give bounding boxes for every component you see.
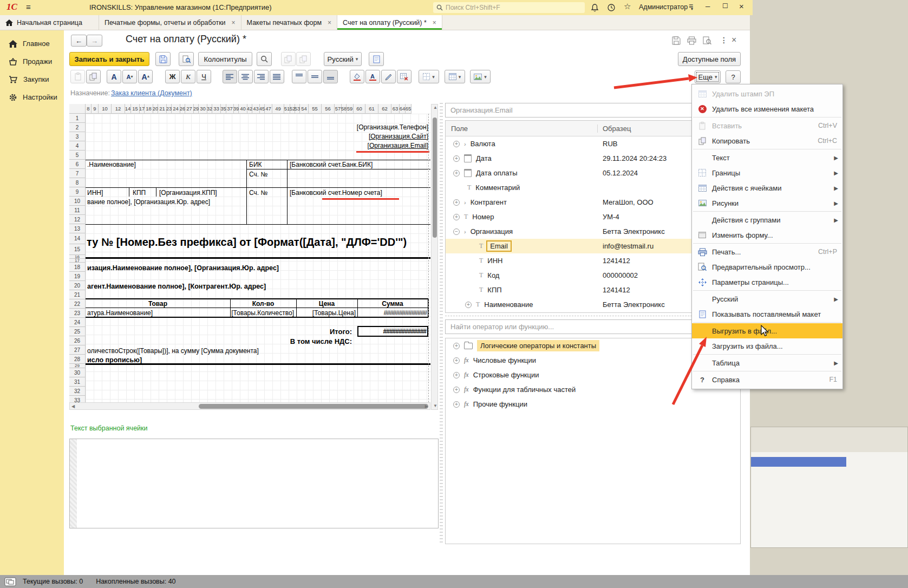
fill-color-button[interactable] xyxy=(350,70,364,83)
tab-print-forms[interactable]: Печатные формы, отчеты и обработки × xyxy=(99,15,241,30)
menu-item-pictures[interactable]: Рисунки ▶ xyxy=(692,195,842,211)
grid-row-header[interactable]: 29 xyxy=(69,364,86,368)
grid-row-header[interactable]: 8 xyxy=(69,178,86,187)
minimize-button[interactable]: – xyxy=(706,1,710,10)
cell-account-value[interactable]: [Банковский счет.Номер счета] xyxy=(290,189,382,197)
grid-column-header[interactable]: 17 xyxy=(140,104,145,114)
menu-item-borders[interactable]: Границы ▶ xyxy=(692,165,842,180)
grid-row-header[interactable]: 15 xyxy=(69,244,86,255)
tab-invoice-layout[interactable]: Счет на оплату (Русский) * × xyxy=(337,15,442,30)
cell-total-label[interactable]: Итого: xyxy=(248,328,352,336)
calls-monitor-icon[interactable] xyxy=(4,577,16,586)
grid-column-header[interactable]: 8 xyxy=(86,104,92,114)
grid-column-header[interactable]: 64 xyxy=(400,104,406,114)
grid-column-header[interactable]: 47 xyxy=(265,104,272,114)
cell-bik-label[interactable]: БИК xyxy=(249,161,262,168)
tab-layouts[interactable]: Макеты печатных форм × xyxy=(241,15,337,30)
col-header-field[interactable]: Поле xyxy=(446,125,597,133)
spreadsheet-body[interactable]: [Организация.Телефон] [Организация.Сайт]… xyxy=(86,114,430,402)
close-window-button[interactable]: × xyxy=(739,2,744,11)
global-search-box[interactable]: Поиск Ctrl+Shift+F xyxy=(433,2,585,13)
grid-column-header[interactable]: 42 xyxy=(247,104,252,114)
menu-item-load-from-file[interactable]: Загрузить из файла... xyxy=(692,338,842,354)
grid-row-header[interactable]: 31 xyxy=(69,377,86,387)
grid-column-header[interactable]: 24 xyxy=(172,104,180,114)
available-fields-button[interactable]: Доступные поля xyxy=(678,52,741,66)
grid-row-header[interactable]: 14 xyxy=(69,233,86,244)
menu-item-print[interactable]: Печать... Ctrl+P xyxy=(692,244,842,259)
cell-account-label[interactable]: Сч. № xyxy=(249,171,267,178)
save-and-close-button[interactable]: Записать и закрыть xyxy=(69,52,149,66)
grid-row-header[interactable]: 32 xyxy=(69,387,86,396)
cell-account-label2[interactable]: Сч. № xyxy=(249,189,267,197)
grid-column-header[interactable]: 65 xyxy=(406,104,411,114)
menu-item-help[interactable]: ? Справка F1 xyxy=(692,372,842,387)
cell-supplier[interactable]: изация.Наименование полное], [Организаци… xyxy=(87,264,279,272)
expand-icon[interactable]: + xyxy=(453,214,460,220)
valign-middle-button[interactable] xyxy=(308,70,322,83)
cell-vat-label[interactable]: В том числе НДС: xyxy=(248,337,352,345)
menu-item-text[interactable]: Текст ▶ xyxy=(692,150,842,165)
grid-column-header[interactable]: 12 xyxy=(112,104,125,114)
grid-row-header[interactable]: 7 xyxy=(69,169,86,178)
grid-row-header[interactable]: 21 xyxy=(69,290,86,299)
grid-column-header[interactable]: 39 xyxy=(234,104,239,114)
copy2-disabled-button[interactable] xyxy=(296,52,311,66)
expand-icon[interactable]: + xyxy=(453,357,460,364)
grid-row-header[interactable]: 3 xyxy=(69,132,86,141)
grid-column-header[interactable]: 40 xyxy=(239,104,247,114)
cell-goods[interactable]: атура.Наименование] xyxy=(87,309,153,317)
cell-text-editor[interactable] xyxy=(69,439,439,528)
menu-item-paste[interactable]: Вставить Ctrl+V xyxy=(692,118,842,133)
grid-row-header[interactable]: 33 xyxy=(69,396,86,402)
menu-item-copy[interactable]: Копировать Ctrl+C xyxy=(692,133,842,148)
grid-column-header[interactable]: 23 xyxy=(167,104,172,114)
valign-top-button[interactable] xyxy=(292,70,306,83)
favorites-star-icon[interactable]: ☆ xyxy=(624,2,631,11)
grid-column-header[interactable]: 35 xyxy=(221,104,226,114)
horizontal-scroll-thumb[interactable] xyxy=(199,404,428,409)
expand-icon[interactable]: + xyxy=(453,343,460,349)
align-left-button[interactable] xyxy=(223,70,237,83)
expand-icon[interactable]: + xyxy=(453,387,460,393)
font-smaller-button[interactable]: A▾ xyxy=(122,70,137,83)
cell-merge-dropdown[interactable]: ▾ xyxy=(445,70,465,83)
grid-row-header[interactable]: 28 xyxy=(69,355,86,364)
borders-dropdown[interactable]: ▾ xyxy=(419,70,439,83)
grid-row-header[interactable]: 9 xyxy=(69,187,86,197)
more-actions-button[interactable]: Еще▾ xyxy=(695,70,721,83)
language-dropdown[interactable]: Русский▾ xyxy=(324,52,362,66)
cell-org-email[interactable]: [Организация.Email] xyxy=(368,142,428,149)
border-color-button[interactable] xyxy=(381,70,396,83)
picture-dropdown[interactable]: ▾ xyxy=(470,70,491,83)
cell-customer[interactable]: агент.Наименование полное], [Контрагент.… xyxy=(87,283,266,290)
menu-item-page-setup[interactable]: Параметры страницы... xyxy=(692,275,842,290)
grid-row-header[interactable]: 11 xyxy=(69,206,86,215)
grid-column-header[interactable]: 54 xyxy=(300,104,309,114)
grid-row-header[interactable]: 4 xyxy=(69,141,86,151)
main-menu-icon[interactable]: ≡ xyxy=(26,2,31,11)
underline-button[interactable]: Ч xyxy=(197,70,211,83)
grid-row-header[interactable]: 13 xyxy=(69,224,86,233)
vertical-scrollbar[interactable]: ▲ ▼ xyxy=(431,104,438,410)
grid-column-header[interactable]: 32 xyxy=(207,104,212,114)
print-icon[interactable] xyxy=(687,36,696,45)
grid-column-header[interactable]: 58 xyxy=(342,104,347,114)
maximize-button[interactable]: ☐ xyxy=(722,2,728,10)
grid-column-header[interactable]: 49 xyxy=(272,104,284,114)
menu-item-remove-stamp[interactable]: Удалить штамп ЭП xyxy=(692,86,842,101)
sidebar-item-settings[interactable]: Настройки xyxy=(0,88,64,106)
grid-row-header[interactable]: 26 xyxy=(69,336,86,345)
scroll-right-icon[interactable]: ▶ xyxy=(425,404,428,409)
grid-row-header[interactable]: 19 xyxy=(69,272,86,281)
expand-icon[interactable]: + xyxy=(465,302,472,308)
menu-item-preview[interactable]: Предварительный просмотр... xyxy=(692,259,842,275)
menu-item-cell-actions[interactable]: Действия с ячейками ▶ xyxy=(692,180,842,195)
cell-org-site[interactable]: [Организация.Сайт] xyxy=(369,133,428,140)
grid-column-header[interactable]: 29 xyxy=(194,104,199,114)
grid-row-header[interactable]: 23 xyxy=(69,309,86,318)
menu-item-language[interactable]: Русский ▶ xyxy=(692,291,842,306)
cell-doc-title[interactable]: ту № [Номер.Без префикса] от [Формат([Да… xyxy=(87,236,430,249)
cell-org-phone[interactable]: [Организация.Телефон] xyxy=(357,123,428,131)
cell-inn[interactable]: ИНН] xyxy=(87,189,103,197)
